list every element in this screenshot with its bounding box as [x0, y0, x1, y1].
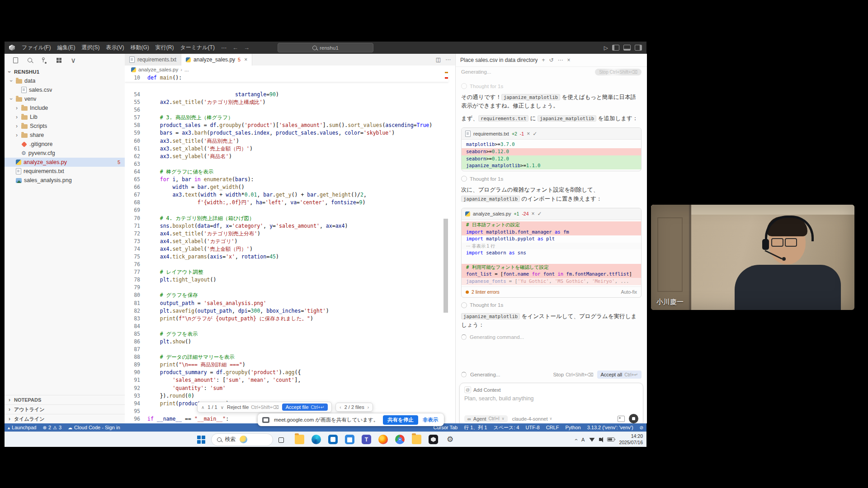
- code-area[interactable]: 54 startangle=90)55 ax2.set_title('カテゴリ別…: [125, 82, 455, 423]
- status-item-1[interactable]: 行 1、列 1: [461, 423, 490, 432]
- line-number[interactable]: 85: [125, 330, 147, 338]
- code-line[interactable]: 90 product_summary = df.groupby('product…: [125, 369, 455, 376]
- toggle-sidebar-icon[interactable]: [612, 45, 619, 51]
- taskbar-outlook-button[interactable]: [326, 433, 340, 446]
- code-line[interactable]: 86 plt.show(): [125, 338, 455, 346]
- diff-card-header[interactable]: requirements.txt+2-1×✓: [462, 128, 641, 140]
- wifi-icon[interactable]: [589, 437, 594, 442]
- line-number[interactable]: 77: [125, 268, 147, 276]
- code-line[interactable]: 56: [125, 106, 455, 114]
- section-アウトライン[interactable]: ›アウトライン: [5, 404, 125, 414]
- scrollbar-thumb[interactable]: [443, 219, 448, 313]
- model-selector[interactable]: claude-4-sonnet ∨: [512, 416, 552, 422]
- line-number[interactable]: 66: [125, 183, 147, 191]
- line-number[interactable]: 65: [125, 176, 147, 183]
- reject-icon[interactable]: ×: [532, 211, 535, 217]
- code-line[interactable]: 65 for i, bar in enumerate(bars):: [125, 176, 455, 183]
- tree-item-data[interactable]: ›data: [5, 76, 125, 85]
- line-number[interactable]: 60: [125, 137, 147, 145]
- taskbar-cursor-button[interactable]: [427, 433, 440, 446]
- tab-requirements.txt[interactable]: requirements.txt: [125, 54, 181, 66]
- thought-row[interactable]: Thought for 1s: [461, 83, 642, 89]
- code-line[interactable]: 91 'sales_amount': ['sum', 'mean', 'coun…: [125, 376, 455, 384]
- search-button[interactable]: [26, 56, 33, 64]
- status-item-5[interactable]: Python: [562, 423, 584, 432]
- reject-file-button[interactable]: Reject fileCtrl+Shift+⌫: [227, 404, 279, 410]
- code-line[interactable]: 88 # データの詳細サマリーを表示: [125, 353, 455, 361]
- run-icon[interactable]: ▷: [604, 45, 608, 51]
- code-line[interactable]: 92 'quantity': 'sum': [125, 385, 455, 392]
- window-search[interactable]: renshu1: [278, 43, 373, 52]
- code-line[interactable]: 59 bars = ax3.barh(product_sales.index, …: [125, 129, 455, 137]
- line-number[interactable]: 59: [125, 129, 147, 137]
- breadcrumb[interactable]: analyze_sales.py › ...: [125, 66, 455, 74]
- tray-chevron-icon[interactable]: ›: [573, 439, 579, 441]
- status-item-6[interactable]: 3.13.2 ('venv': 'venv'): [584, 423, 637, 432]
- code-line[interactable]: 60 ax3.set_title('商品別売上'): [125, 137, 455, 145]
- line-number[interactable]: 89: [125, 361, 147, 369]
- line-number[interactable]: 75: [125, 253, 147, 261]
- tree-item-Scripts[interactable]: ›Scripts: [5, 122, 125, 131]
- taskbar-firefox-button[interactable]: [377, 433, 390, 446]
- thought-row[interactable]: Thought for 1s: [461, 302, 642, 308]
- code-line[interactable]: 74 ax4.set_ylabel('売上金額（円）'): [125, 245, 455, 253]
- code-line[interactable]: 57 # 3. 商品別売上（棒グラフ）: [125, 114, 455, 122]
- code-line[interactable]: 78 plt.tight_layout(): [125, 276, 455, 284]
- send-stop-button[interactable]: [629, 414, 638, 423]
- menu-item-2[interactable]: 選択(S): [78, 42, 103, 54]
- code-line[interactable]: 72 ax4.set_title('カテゴリ別売上分布'): [125, 230, 455, 238]
- tree-item-requirements.txt[interactable]: ›requirements.txt: [5, 167, 125, 176]
- accept-icon[interactable]: ✓: [533, 131, 537, 137]
- line-number[interactable]: 76: [125, 261, 147, 268]
- tree-item-pyvenv.cfg[interactable]: ›⚙pyvenv.cfg: [5, 149, 125, 158]
- code-line[interactable]: 83 print(f"\nグラフが {output_path} に保存されました…: [125, 315, 455, 323]
- section-タイムライン[interactable]: ›タイムライン: [5, 414, 125, 423]
- line-number[interactable]: 69: [125, 206, 147, 214]
- line-number[interactable]: 91: [125, 376, 147, 384]
- history-icon[interactable]: ↺: [549, 57, 553, 63]
- line-number[interactable]: 56: [125, 106, 147, 114]
- stop-button[interactable]: Stop Ctrl+Shift+⌫: [595, 69, 642, 75]
- code-line[interactable]: 76: [125, 261, 455, 268]
- status-item-4[interactable]: CRLF: [543, 423, 562, 432]
- menu-item-6[interactable]: ターミナル(T): [177, 42, 217, 54]
- code-line[interactable]: 75 ax4.tick_params(axis='x', rotation=45…: [125, 253, 455, 261]
- menu-item-4[interactable]: 移動(G): [127, 42, 152, 54]
- taskbar-clock[interactable]: 14:20 2025/07/16: [619, 433, 643, 446]
- chevron-down-icon[interactable]: ∨: [221, 405, 224, 410]
- line-number[interactable]: 87: [125, 346, 147, 353]
- line-number[interactable]: 70: [125, 215, 147, 222]
- editor-scrollbar[interactable]: [443, 66, 449, 423]
- menu-item-5[interactable]: 実行(R): [152, 42, 177, 54]
- battery-icon[interactable]: [607, 437, 614, 441]
- line-number[interactable]: 80: [125, 291, 147, 299]
- add-context-button[interactable]: @ Add Context: [464, 386, 638, 393]
- breadcrumb-symbol[interactable]: ...: [184, 67, 189, 72]
- line-number[interactable]: 94: [125, 400, 147, 408]
- section-NOTEPADS[interactable]: ›NOTEPADS: [5, 395, 125, 404]
- code-line[interactable]: 71 sns.boxplot(data=df, x='category', y=…: [125, 222, 455, 230]
- code-line[interactable]: 69: [125, 206, 455, 214]
- menu-item-7[interactable]: ⋯: [218, 42, 230, 54]
- line-number[interactable]: 92: [125, 385, 147, 392]
- code-line[interactable]: 87: [125, 346, 455, 353]
- status-item-3[interactable]: UTF-8: [523, 423, 543, 432]
- tree-item-sales.csv[interactable]: ›sales.csv: [5, 85, 125, 94]
- code-line[interactable]: 93 }).round(0): [125, 392, 455, 400]
- taskbar-edge-button[interactable]: [310, 433, 323, 446]
- line-number[interactable]: 95: [125, 408, 147, 415]
- menu-item-0[interactable]: ファイル(F): [19, 42, 54, 54]
- line-number[interactable]: 74: [125, 245, 147, 253]
- reject-icon[interactable]: ×: [527, 131, 530, 137]
- line-number[interactable]: 68: [125, 199, 147, 206]
- code-line[interactable]: 67 ax3.text(width + width*0.01, bar.get_…: [125, 191, 455, 199]
- code-line[interactable]: 70 # 4. カテゴリ別売上詳細（箱ひげ図）: [125, 215, 455, 222]
- stop-sharing-button[interactable]: 共有を停止: [383, 415, 418, 425]
- tree-item-venv[interactable]: ›venv: [5, 94, 125, 103]
- chat-input[interactable]: Plan, search, build anything: [464, 395, 638, 402]
- line-number[interactable]: 79: [125, 284, 147, 291]
- nav-back-icon[interactable]: ←: [230, 44, 241, 51]
- next-file-icon[interactable]: ›: [368, 405, 369, 410]
- agent-mode-selector[interactable]: ∞ Agent Ctrl+I ∨: [464, 415, 508, 422]
- code-line[interactable]: 73 ax4.set_xlabel('カテゴリ'): [125, 238, 455, 245]
